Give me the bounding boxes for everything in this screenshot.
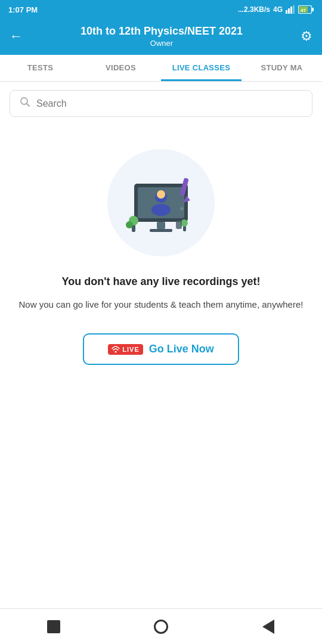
search-input[interactable] [36,98,302,109]
svg-rect-2 [290,7,292,14]
svg-point-14 [157,190,165,199]
svg-rect-1 [288,8,290,14]
search-container [0,82,322,125]
nav-home-button[interactable] [153,618,169,635]
tab-videos[interactable]: VIDEOS [80,55,161,81]
wifi-icon [112,346,120,353]
tab-tests[interactable]: TESTS [0,55,80,81]
svg-rect-5 [312,8,314,11]
empty-subtitle: Now you can go live for your students & … [19,298,304,312]
live-badge: LIVE [108,344,143,355]
network-speed: ...2.3KB/s [238,5,270,14]
home-icon [154,620,168,634]
nav-stop-button[interactable] [45,618,62,635]
tab-live-classes[interactable]: LIVE CLASSES [161,55,242,81]
go-live-text: Go Live Now [149,343,214,355]
battery-icon: 47 [298,5,314,14]
stop-icon [47,620,60,633]
empty-title: You don't have any live recordings yet! [61,274,260,289]
bottom-nav [0,608,322,644]
network-type: 4G [273,5,283,14]
back-icon [262,620,274,634]
svg-text:47: 47 [301,8,306,13]
search-icon [20,97,30,110]
header: ← 10th to 12th Physics/NEET 2021 Owner ⚙ [0,19,322,55]
svg-point-26 [115,351,117,352]
svg-rect-0 [286,10,287,14]
header-title: 10th to 12th Physics/NEET 2021 [23,25,301,38]
header-center: 10th to 12th Physics/NEET 2021 Owner [23,25,301,48]
settings-button[interactable]: ⚙ [301,29,312,44]
svg-rect-3 [293,5,295,14]
status-bar: 1:07 PM ...2.3KB/s 4G 47 [0,0,322,19]
illustration-wrapper [107,149,215,256]
status-right: ...2.3KB/s 4G 47 [238,5,314,14]
tab-bar: TESTS VIDEOS LIVE CLASSES STUDY MA [0,55,322,82]
tab-study-material[interactable]: STUDY MA [242,55,322,81]
empty-state: You don't have any live recordings yet! … [0,125,322,383]
back-button[interactable]: ← [10,29,23,44]
nav-back-button[interactable] [260,618,277,635]
svg-point-19 [126,221,133,228]
status-time: 1:07 PM [8,5,38,14]
svg-rect-16 [150,229,172,232]
live-illustration [116,161,206,244]
search-box[interactable] [10,90,312,117]
header-subtitle: Owner [23,39,301,48]
svg-point-13 [151,204,171,216]
svg-line-9 [27,104,30,107]
go-live-button[interactable]: LIVE Go Live Now [83,333,239,365]
live-label: LIVE [122,346,139,353]
svg-rect-15 [157,222,165,229]
signal-icon [286,5,295,14]
svg-point-24 [180,207,184,210]
svg-rect-25 [176,221,182,229]
